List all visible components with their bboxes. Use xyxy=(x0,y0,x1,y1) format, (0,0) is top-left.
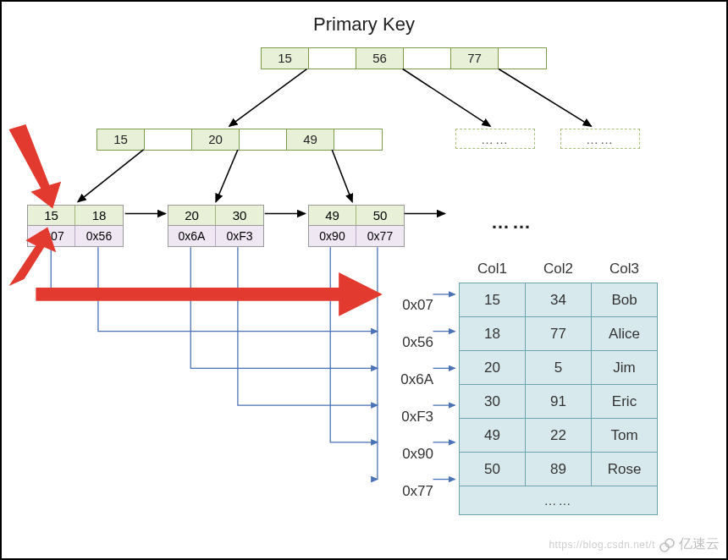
btree-leaf-node: 49500x900x77 xyxy=(308,205,405,247)
tree-edge xyxy=(229,69,306,127)
row-pointer-labels: 0x070x560x6A0xF30x900x77 xyxy=(383,287,433,510)
index-cell: 77 xyxy=(451,48,499,69)
index-cell xyxy=(334,129,382,150)
btree-internal-node: 152049 xyxy=(97,129,383,151)
btree-node-placeholder: …… xyxy=(455,129,535,149)
leaf-row-pointer: 0x6A xyxy=(168,226,216,246)
table-cell: Tom xyxy=(592,419,658,453)
row-pointer-label: 0x6A xyxy=(383,361,433,398)
row-pointer-label: 0xF3 xyxy=(383,398,433,436)
tree-edge xyxy=(499,69,591,127)
leaf-key: 30 xyxy=(216,206,263,226)
table-row: 5089Rose xyxy=(460,453,658,486)
tree-edge xyxy=(78,150,144,202)
diagram-stage: Primary Key 155677 152049 …… …… 15180x07… xyxy=(0,0,728,560)
row-pointer-label: 0x56 xyxy=(383,324,433,361)
index-cell xyxy=(309,48,356,69)
leaf-key: 49 xyxy=(309,206,356,226)
table-cell: 15 xyxy=(460,283,526,317)
tree-edge xyxy=(332,150,352,202)
row-pointer-label: 0x77 xyxy=(383,473,433,510)
table-row-ellipsis: …… xyxy=(460,486,658,515)
index-cell xyxy=(240,129,287,150)
table-cell: Eric xyxy=(592,385,658,419)
btree-node-placeholder: …… xyxy=(560,129,640,149)
btree-leaf-node: 20300x6A0xF3 xyxy=(168,205,264,247)
svg-marker-8 xyxy=(36,272,383,316)
index-cell: 49 xyxy=(287,129,334,150)
btree-leaf-node: 15180x070x56 xyxy=(27,205,124,247)
table-row: 205Jim xyxy=(460,351,658,385)
table-cell: Bob xyxy=(592,283,658,317)
tree-edge xyxy=(216,150,238,202)
table-row: 3091Eric xyxy=(460,385,658,419)
table-cell: 77 xyxy=(526,317,592,351)
table-cell: 89 xyxy=(526,453,592,486)
table-row: 1534Bob xyxy=(460,283,658,317)
diagram-title: Primary Key xyxy=(2,14,726,36)
table-cell: 91 xyxy=(526,385,592,419)
table-cell: 30 xyxy=(460,385,526,419)
index-cell: 20 xyxy=(192,129,240,150)
table-cell: 50 xyxy=(460,453,526,486)
table-cell: 18 xyxy=(460,317,526,351)
leaf-row-pointer: 0x77 xyxy=(356,226,404,246)
leaf-key: 18 xyxy=(75,206,123,226)
watermark-logo-icon xyxy=(659,536,676,553)
index-cell xyxy=(404,48,451,69)
table-cell: Alice xyxy=(592,317,658,351)
row-pointer-label: 0x07 xyxy=(383,287,433,324)
data-table: Col1Col2Col31534Bob1877Alice205Jim3091Er… xyxy=(459,255,658,515)
index-cell xyxy=(145,129,192,150)
watermark-brand: 亿速云 xyxy=(679,535,720,553)
leaf-row-pointer: 0x90 xyxy=(309,226,356,246)
table-row: 4922Tom xyxy=(460,419,658,453)
btree-root-node: 155677 xyxy=(261,47,547,69)
leaf-key: 50 xyxy=(356,206,404,226)
table-cell: Jim xyxy=(592,351,658,385)
svg-marker-6 xyxy=(9,124,62,208)
table-header: Col2 xyxy=(526,255,592,283)
leaf-key: 15 xyxy=(28,206,75,226)
table-cell: 20 xyxy=(460,351,526,385)
table-cell: …… xyxy=(460,486,658,515)
label-to-table-lines xyxy=(433,294,455,480)
table-header: Col1 xyxy=(460,255,526,283)
row-pointer-lines xyxy=(51,247,378,479)
table-cell: 49 xyxy=(460,419,526,453)
ellipsis: …… xyxy=(491,211,533,233)
table-cell: 5 xyxy=(526,351,592,385)
table-cell: Rose xyxy=(592,453,658,486)
table-cell: 22 xyxy=(526,419,592,453)
table-row: 1877Alice xyxy=(460,317,658,351)
leaf-key: 20 xyxy=(168,206,216,226)
leaf-row-pointer: 0x56 xyxy=(75,226,123,246)
leaf-row-pointer: 0x07 xyxy=(28,226,75,246)
index-cell xyxy=(499,48,546,69)
index-cell: 15 xyxy=(262,48,309,69)
watermark: https://blog.csdn.net/t 亿速云 xyxy=(545,534,723,555)
leaf-row-pointer: 0xF3 xyxy=(216,226,263,246)
table-header: Col3 xyxy=(592,255,658,283)
tree-edge xyxy=(403,69,490,127)
index-cell: 56 xyxy=(356,48,404,69)
row-pointer-label: 0x90 xyxy=(383,436,433,473)
table-cell: 34 xyxy=(526,283,592,317)
index-cell: 15 xyxy=(97,129,145,150)
watermark-faded: https://blog.csdn.net/t xyxy=(549,539,655,551)
